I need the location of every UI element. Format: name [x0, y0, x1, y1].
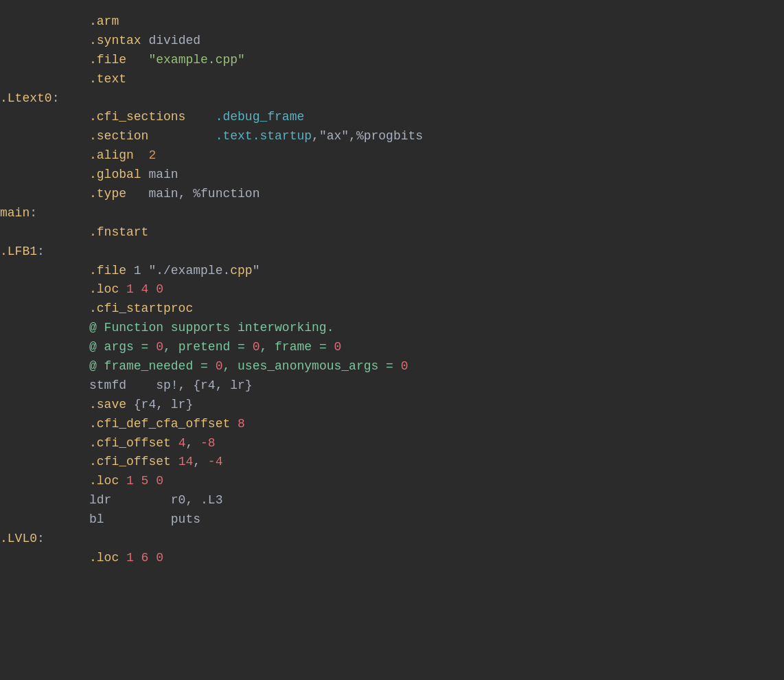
code-token: .cfi_startproc	[89, 299, 193, 319]
code-token: .Ltext0	[0, 89, 52, 109]
code-line: .align 2	[0, 146, 784, 166]
line-indent	[0, 32, 89, 51]
code-token: , uses_anonymous_args =	[222, 357, 400, 376]
line-indent	[0, 185, 89, 204]
line-indent	[0, 434, 89, 453]
code-line: .save {r4, lr}	[0, 396, 784, 415]
code-token: divided	[148, 32, 200, 51]
code-line: .cfi_def_cfa_offset 8	[0, 415, 784, 434]
line-indent	[0, 549, 89, 568]
code-token: .loc	[89, 472, 126, 491]
line-indent	[0, 280, 89, 299]
code-token: cpp	[230, 262, 252, 281]
code-line: .global main	[0, 166, 784, 185]
code-token: bl puts	[89, 510, 200, 530]
line-indent	[0, 223, 89, 242]
code-line: .LFB1:	[0, 242, 784, 262]
code-line: .syntax divided	[0, 32, 784, 51]
code-line: ldr r0, .L3	[0, 491, 784, 510]
code-token: .debug_frame	[216, 108, 305, 127]
code-token: .loc	[89, 280, 126, 299]
code-token: main	[0, 204, 30, 223]
line-indent	[0, 338, 89, 357]
code-token: ldr r0, .L3	[89, 491, 222, 510]
code-token: .file	[89, 51, 148, 70]
code-token: stmfd sp!, {r4, lr}	[89, 376, 253, 396]
code-token: @ frame_needed =	[89, 357, 216, 376]
code-token: 0	[334, 338, 342, 357]
code-token: 1 5 0	[126, 472, 163, 491]
line-indent	[0, 396, 89, 415]
code-token: 0	[401, 357, 408, 376]
code-token: .cfi_offset	[89, 434, 178, 453]
code-token: .file	[89, 262, 134, 281]
code-token: 1 4 0	[126, 280, 163, 299]
code-token: -8	[200, 434, 216, 453]
line-indent	[0, 108, 89, 127]
code-token: -4	[208, 453, 223, 472]
code-line: .fnstart	[0, 223, 784, 242]
code-line: bl puts	[0, 510, 784, 530]
code-token: :	[52, 89, 60, 109]
code-token: 0	[156, 338, 163, 357]
code-token: .LVL0	[0, 530, 37, 549]
line-indent	[0, 146, 89, 166]
code-line: .cfi_offset 14, -4	[0, 453, 784, 472]
code-token: .align	[89, 146, 148, 166]
code-token: .text	[89, 70, 126, 89]
code-line: .loc 1 4 0	[0, 280, 784, 299]
line-indent	[0, 491, 89, 510]
code-token: main	[148, 166, 178, 185]
code-token: main, %function	[148, 185, 260, 204]
code-token: @ Function supports interworking.	[89, 319, 334, 338]
code-token: .text.startup	[216, 127, 312, 146]
code-line: .LVL0:	[0, 530, 784, 549]
code-token: , frame =	[260, 338, 334, 357]
line-indent	[0, 319, 89, 338]
code-line: .cfi_offset 4, -8	[0, 434, 784, 453]
code-line: .file "example.cpp"	[0, 51, 784, 70]
code-token: "example.cpp"	[148, 51, 244, 70]
code-view: .arm.syntax divided.file "example.cpp".t…	[0, 7, 784, 574]
code-token: , pretend =	[163, 338, 253, 357]
code-line: .section .text.startup,"ax",%progbits	[0, 127, 784, 146]
code-token: @ args =	[89, 338, 156, 357]
code-token: 1 6 0	[126, 549, 163, 568]
line-indent	[0, 299, 89, 319]
code-line: .text	[0, 70, 784, 89]
line-indent	[0, 376, 89, 396]
code-token: .save	[89, 396, 134, 415]
code-line: .cfi_startproc	[0, 299, 784, 319]
code-token: {r4, lr}	[134, 396, 193, 415]
code-line: .loc 1 6 0	[0, 549, 784, 568]
line-indent	[0, 70, 89, 89]
line-indent	[0, 510, 89, 530]
code-token: 2	[148, 146, 156, 166]
code-line: .file 1 "./example.cpp"	[0, 262, 784, 281]
code-token: ,	[185, 434, 200, 453]
code-token: 4	[178, 434, 186, 453]
code-token: 1 "./example.	[134, 262, 230, 281]
code-token: .arm	[89, 12, 119, 32]
code-line: main:	[0, 204, 784, 223]
code-token: :	[30, 204, 37, 223]
code-token: .fnstart	[89, 223, 148, 242]
line-indent	[0, 453, 89, 472]
code-token: 8	[238, 415, 245, 434]
code-token: .syntax	[89, 32, 148, 51]
line-indent	[0, 357, 89, 376]
code-token: ,	[193, 453, 208, 472]
line-indent	[0, 127, 89, 146]
code-line: .arm	[0, 12, 784, 32]
code-token: "	[253, 262, 260, 281]
code-token: .loc	[89, 549, 126, 568]
line-indent	[0, 262, 89, 281]
code-token: .global	[89, 166, 148, 185]
line-indent	[0, 166, 89, 185]
code-token: :	[37, 242, 45, 262]
code-line: .Ltext0:	[0, 89, 784, 109]
code-line: .cfi_sections .debug_frame	[0, 108, 784, 127]
code-token: .cfi_def_cfa_offset	[89, 415, 238, 434]
code-token: .cfi_offset	[89, 453, 178, 472]
code-line: @ frame_needed = 0, uses_anonymous_args …	[0, 357, 784, 376]
